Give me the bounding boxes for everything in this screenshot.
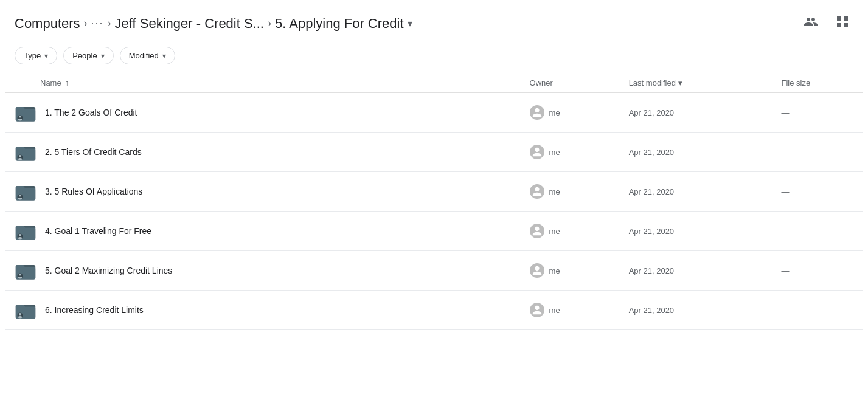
- breadcrumb-sep-3: ›: [268, 17, 271, 30]
- owner-cell-content: me: [530, 184, 609, 199]
- folder-icon: [15, 260, 36, 281]
- modified-filter-button[interactable]: Modified ▾: [120, 47, 175, 64]
- folder-icon: [15, 141, 36, 163]
- breadcrumb-dropdown-icon[interactable]: ▾: [408, 18, 412, 29]
- file-name-cell: 2. 5 Tiers Of Credit Cards: [5, 133, 520, 172]
- name-cell-content: 5. Goal 2 Maximizing Credit Lines: [15, 260, 510, 281]
- table-row[interactable]: 6. Increasing Credit Limits me Apr 21, 2…: [5, 291, 863, 330]
- svg-point-7: [18, 158, 22, 160]
- col-header-modified[interactable]: Last modified ▾: [619, 73, 772, 93]
- modified-filter-label: Modified: [129, 51, 159, 60]
- svg-point-6: [19, 155, 21, 157]
- table-row[interactable]: 4. Goal 1 Traveling For Free me Apr 21, …: [5, 212, 863, 251]
- breadcrumb-parent-folder[interactable]: Jeff Sekinger - Credit S...: [115, 16, 264, 32]
- size-cell: —: [771, 291, 863, 330]
- size-cell: —: [771, 93, 863, 133]
- size-cell: —: [771, 212, 863, 251]
- folder-icon: [15, 220, 36, 242]
- col-header-size: File size: [771, 73, 863, 93]
- grid-view-icon[interactable]: [832, 11, 853, 36]
- breadcrumb-sep-1: ›: [84, 17, 88, 30]
- table-header: Name ↑ Owner Last modified ▾ File size: [5, 73, 863, 93]
- owner-avatar: [530, 105, 544, 120]
- people-sharing-icon[interactable]: [800, 11, 822, 36]
- file-name-cell: 4. Goal 1 Traveling For Free: [5, 212, 520, 251]
- breadcrumb-ellipsis[interactable]: ···: [91, 17, 104, 30]
- owner-avatar: [530, 263, 544, 278]
- file-name: 3. 5 Rules Of Applications: [45, 187, 142, 196]
- owner-cell-content: me: [530, 224, 609, 238]
- owner-cell: me: [520, 93, 619, 133]
- filter-bar: Type ▾ People ▾ Modified ▾: [0, 44, 868, 73]
- owner-name: me: [549, 148, 560, 157]
- svg-point-23: [18, 316, 22, 319]
- people-filter-arrow: ▾: [101, 52, 105, 60]
- name-cell-content: 3. 5 Rules Of Applications: [15, 181, 510, 202]
- owner-cell: me: [520, 172, 619, 212]
- owner-avatar: [530, 145, 544, 159]
- name-cell-content: 4. Goal 1 Traveling For Free: [15, 220, 510, 242]
- breadcrumb-current-folder: 5. Applying For Credit ▾: [275, 16, 412, 32]
- svg-point-11: [18, 198, 22, 200]
- owner-cell-content: me: [530, 303, 609, 317]
- file-name: 1. The 2 Goals Of Credit: [45, 108, 137, 117]
- file-name: 2. 5 Tiers Of Credit Cards: [45, 147, 142, 157]
- breadcrumb-current-label: 5. Applying For Credit: [275, 16, 404, 32]
- size-cell: —: [771, 251, 863, 291]
- modified-cell: Apr 21, 2020: [619, 93, 772, 133]
- file-name-cell: 3. 5 Rules Of Applications: [5, 172, 520, 212]
- owner-cell: me: [520, 133, 619, 172]
- table-body: 1. The 2 Goals Of Credit me Apr 21, 2020…: [5, 93, 863, 330]
- table-row[interactable]: 1. The 2 Goals Of Credit me Apr 21, 2020…: [5, 93, 863, 133]
- people-filter-label: People: [72, 51, 97, 60]
- folder-icon: [15, 299, 36, 321]
- col-header-owner: Owner: [520, 73, 619, 93]
- svg-point-2: [19, 116, 21, 118]
- file-table-wrapper: Name ↑ Owner Last modified ▾ File size: [0, 73, 868, 330]
- breadcrumb-computers[interactable]: Computers: [15, 16, 80, 32]
- svg-point-15: [18, 237, 22, 240]
- owner-cell: me: [520, 251, 619, 291]
- table-row[interactable]: 2. 5 Tiers Of Credit Cards me Apr 21, 20…: [5, 133, 863, 172]
- owner-cell: me: [520, 291, 619, 330]
- size-cell: —: [771, 133, 863, 172]
- file-name-cell: 6. Increasing Credit Limits: [5, 291, 520, 330]
- modified-cell: Apr 21, 2020: [619, 133, 772, 172]
- file-name: 6. Increasing Credit Limits: [45, 305, 144, 315]
- breadcrumb-sep-2: ›: [108, 17, 111, 30]
- col-header-name[interactable]: Name ↑: [5, 73, 520, 93]
- modified-filter-arrow: ▾: [162, 52, 166, 60]
- file-table: Name ↑ Owner Last modified ▾ File size: [5, 73, 863, 330]
- name-sort-icon: ↑: [65, 78, 69, 88]
- owner-name: me: [549, 108, 560, 117]
- svg-point-3: [18, 119, 22, 121]
- svg-point-10: [19, 195, 21, 197]
- type-filter-button[interactable]: Type ▾: [15, 47, 57, 64]
- breadcrumb-actions: [800, 11, 853, 36]
- owner-name: me: [549, 306, 560, 315]
- table-row[interactable]: 5. Goal 2 Maximizing Credit Lines me Apr…: [5, 251, 863, 291]
- owner-cell-content: me: [530, 105, 609, 120]
- file-name-cell: 1. The 2 Goals Of Credit: [5, 93, 520, 133]
- modified-cell: Apr 21, 2020: [619, 212, 772, 251]
- svg-point-22: [19, 313, 21, 316]
- modified-col-label: Last modified: [629, 78, 676, 88]
- modified-sort-icon: ▾: [678, 78, 682, 88]
- owner-avatar: [530, 224, 544, 238]
- table-row[interactable]: 3. 5 Rules Of Applications me Apr 21, 20…: [5, 172, 863, 212]
- owner-col-label: Owner: [530, 78, 553, 88]
- modified-cell: Apr 21, 2020: [619, 291, 772, 330]
- svg-point-18: [19, 274, 21, 276]
- name-col-label: Name: [40, 78, 61, 88]
- folder-icon: [15, 102, 36, 123]
- owner-cell-content: me: [530, 263, 609, 278]
- breadcrumb: Computers › ··· › Jeff Sekinger - Credit…: [0, 0, 868, 44]
- file-name: 5. Goal 2 Maximizing Credit Lines: [45, 266, 172, 275]
- name-cell-content: 2. 5 Tiers Of Credit Cards: [15, 141, 510, 163]
- owner-avatar: [530, 303, 544, 317]
- owner-name: me: [549, 266, 560, 275]
- people-filter-button[interactable]: People ▾: [63, 47, 113, 64]
- svg-point-14: [19, 234, 21, 236]
- owner-name: me: [549, 187, 560, 196]
- name-cell-content: 1. The 2 Goals Of Credit: [15, 102, 510, 123]
